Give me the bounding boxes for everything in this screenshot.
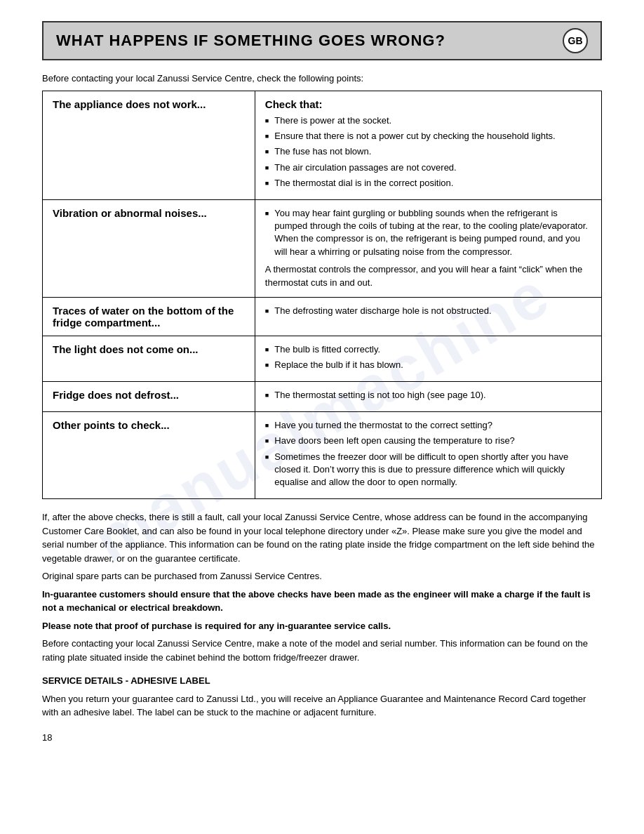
vibration-para1: You may hear faint gurgling or bubbling … (274, 207, 591, 258)
problem-light: The light does not come on... (53, 343, 199, 355)
list-item: There is power at the socket. (265, 114, 591, 127)
list-item: Ensure that there is not a power cut by … (265, 130, 591, 143)
footer-para3: In-guarantee customers should ensure tha… (42, 588, 602, 615)
check-list-defrost: The thermostat setting is not too high (… (265, 389, 591, 402)
table-row-other: Other points to check... Have you turned… (43, 412, 602, 499)
list-item: Replace the bulb if it has blown. (265, 359, 591, 371)
problem-defrost: Fridge does not defrost... (53, 389, 179, 401)
problem-other: Other points to check... (53, 419, 170, 431)
vibration-para2: A thermostat controls the compressor, an… (265, 263, 591, 290)
list-item: Sometimes the freezer door will be diffi… (265, 451, 591, 489)
list-item: The air circulation passages are not cov… (265, 161, 591, 174)
list-item: The thermostat setting is not too high (… (265, 389, 591, 402)
check-list-1: There is power at the socket. Ensure tha… (265, 114, 591, 190)
service-text: When you return your guarantee card to Z… (42, 692, 602, 720)
footer-para1: If, after the above checks, there is sti… (42, 510, 602, 565)
footer-para5: Before contacting your local Zanussi Ser… (42, 637, 602, 664)
list-item: Have doors been left open causing the te… (265, 435, 591, 447)
list-item: Have you turned the thermostat to the co… (265, 419, 591, 432)
intro-text: Before contacting your local Zanussi Ser… (42, 73, 602, 84)
page-title: WHAT HAPPENS IF SOMETHING GOES WRONG? (56, 32, 445, 50)
problem-vibration: Vibration or abnormal noises... (53, 207, 207, 219)
list-item: The fuse has not blown. (265, 145, 591, 158)
problem-header: The appliance does not work... (53, 98, 206, 110)
table-row-water: Traces of water on the bottom of the fri… (43, 297, 602, 336)
check-header: Check that: (265, 98, 591, 110)
problem-water: Traces of water on the bottom of the fri… (53, 305, 234, 329)
list-item: You may hear faint gurgling or bubbling … (265, 207, 591, 258)
table-row-vibration: Vibration or abnormal noises... You may … (43, 199, 602, 297)
list-item: The defrosting water discharge hole is n… (265, 305, 591, 317)
service-heading: SERVICE DETAILS - ADHESIVE LABEL (42, 674, 602, 688)
footer-para2: Original spare parts can be purchased fr… (42, 569, 602, 583)
table-row-defrost: Fridge does not defrost... The thermosta… (43, 382, 602, 412)
list-item: The thermostat dial is in the correct po… (265, 177, 591, 190)
table-row-header: The appliance does not work... Check tha… (43, 91, 602, 200)
footer-section: If, after the above checks, there is sti… (42, 510, 602, 720)
gb-badge: GB (563, 28, 588, 53)
check-list-light: The bulb is fitted correctly. Replace th… (265, 343, 591, 371)
check-list-other: Have you turned the thermostat to the co… (265, 419, 591, 489)
footer-para4: Please note that proof of purchase is re… (42, 619, 602, 633)
vibration-text: You may hear faint gurgling or bubbling … (265, 207, 591, 290)
troubleshooting-table: The appliance does not work... Check tha… (42, 91, 602, 499)
check-list-water: The defrosting water discharge hole is n… (265, 305, 591, 317)
page-header: WHAT HAPPENS IF SOMETHING GOES WRONG? GB (42, 21, 602, 60)
page-number: 18 (42, 732, 602, 743)
list-item: The bulb is fitted correctly. (265, 343, 591, 356)
table-row-light: The light does not come on... The bulb i… (43, 336, 602, 381)
